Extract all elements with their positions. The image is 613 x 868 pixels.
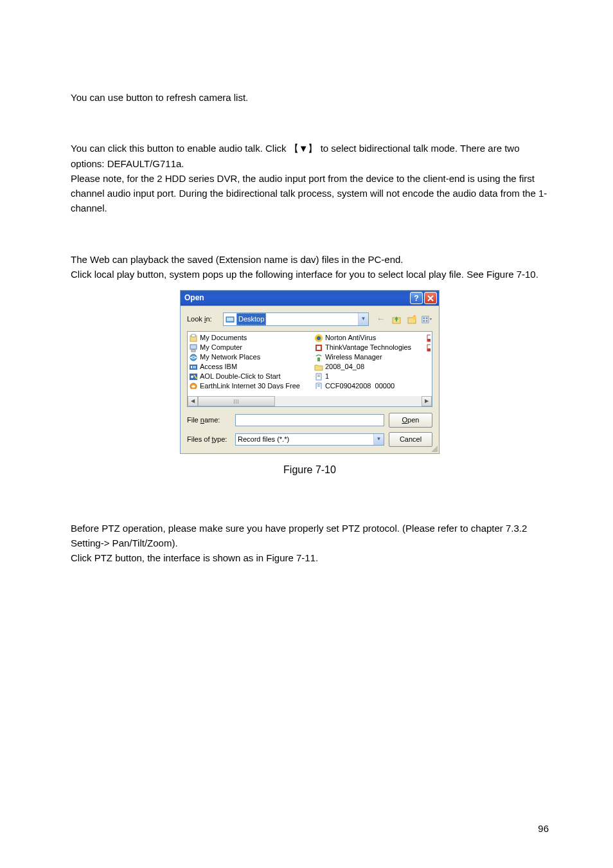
svg-rect-17: [193, 366, 196, 368]
svg-rect-24: [317, 346, 321, 350]
ptz-line2: Click PTZ button, the interface is shown…: [71, 550, 549, 565]
playback-line2: Click local play button, system pops up …: [71, 267, 549, 282]
scroll-thumb[interactable]: [198, 396, 275, 406]
back-icon[interactable]: ←: [375, 314, 386, 325]
svg-point-19: [191, 375, 193, 378]
ibm-icon: [189, 363, 198, 372]
svg-rect-16: [191, 366, 192, 368]
file-item[interactable]: Norton AntiVirus: [314, 334, 411, 343]
desktop-icon: [226, 315, 235, 324]
ptz-line1: Before PTZ operation, please make sure y…: [71, 521, 549, 551]
aol-icon: [189, 372, 198, 381]
svg-rect-5: [422, 316, 429, 322]
svg-rect-6: [423, 317, 425, 319]
filetype-dropdown-arrow[interactable]: ▼: [373, 434, 384, 445]
file-item[interactable]: My Documents: [189, 334, 300, 343]
filetype-label: Files of type:: [187, 434, 231, 445]
file-item[interactable]: Secu: [425, 343, 431, 352]
dialog-titlebar: Open ?: [181, 291, 439, 305]
ptz-block: Before PTZ operation, please make sure y…: [71, 521, 549, 566]
svg-rect-7: [426, 317, 428, 319]
playback-line1: The Web can playback the saved (Extensio…: [71, 252, 549, 267]
dialog-title: Open: [184, 292, 409, 304]
lookin-label: Look in:: [187, 314, 219, 325]
svg-rect-1: [227, 318, 233, 321]
playback-block: The Web can playback the saved (Extensio…: [71, 252, 549, 282]
file-item[interactable]: ThinkVantage Technologies: [314, 343, 411, 352]
scroll-left-button[interactable]: ◀: [188, 396, 198, 406]
refresh-paragraph: You can use button to refresh camera lis…: [71, 90, 549, 105]
folder-icon: [314, 363, 323, 372]
close-button[interactable]: [424, 292, 437, 304]
file-icon: [314, 372, 323, 381]
file-item[interactable]: 1: [314, 372, 411, 381]
help-button[interactable]: ?: [410, 292, 423, 304]
file-label: EarthLink Internet 30 Days Free: [200, 381, 300, 389]
scroll-right-button[interactable]: ▶: [422, 396, 432, 406]
svg-rect-13: [191, 350, 195, 352]
svg-rect-31: [317, 386, 320, 386]
file-list-pane[interactable]: My DocumentsMy ComputerMy Network Places…: [187, 331, 432, 407]
open-file-dialog: Open ? Look in: Desktop ▼ ←: [181, 291, 439, 453]
file-label: CCF09042008_00000: [325, 381, 395, 389]
file-item[interactable]: Wireless Manager: [314, 353, 411, 362]
think-icon: [314, 343, 323, 352]
file-item[interactable]: My Computer: [189, 343, 300, 352]
pdf-icon: [425, 334, 431, 343]
new-folder-icon[interactable]: [406, 314, 417, 325]
audio-talk-line2: Please note, for the 2 HDD series DVR, t…: [71, 171, 549, 216]
file-item[interactable]: AOL Double-Click to Start: [189, 372, 300, 381]
page-number: 96: [538, 821, 549, 836]
svg-rect-30: [317, 384, 320, 385]
wireless-icon: [314, 353, 323, 362]
figure-caption: Figure 7-10: [71, 462, 549, 478]
svg-rect-35: [427, 348, 431, 351]
filename-label: File name:: [187, 415, 231, 426]
audio-talk-block: You can click this button to enable audi…: [71, 141, 549, 215]
file-label: 2008_04_08: [325, 361, 364, 372]
file-item[interactable]: Access IBM: [189, 363, 300, 372]
svg-rect-9: [426, 320, 428, 321]
lookin-value: Desktop: [236, 313, 266, 325]
filetype-select[interactable]: Record files (*.*) ▼: [235, 433, 384, 446]
network-icon: [189, 353, 198, 362]
file-item[interactable]: EarthLink Internet 30 Days Free: [189, 382, 300, 389]
svg-rect-12: [190, 345, 197, 349]
file-item[interactable]: n100: [425, 334, 431, 343]
open-button[interactable]: Open: [389, 413, 432, 428]
docs-icon: [189, 334, 198, 343]
file-icon: [314, 382, 323, 389]
filetype-value: Record files (*.*): [238, 434, 289, 445]
horizontal-scrollbar[interactable]: ◀ ▶: [188, 396, 432, 406]
view-menu-icon[interactable]: [422, 314, 432, 325]
svg-point-22: [317, 336, 321, 340]
svg-rect-25: [317, 357, 320, 361]
computer-icon: [189, 343, 198, 352]
audio-talk-line1: You can click this button to enable audi…: [71, 141, 549, 171]
svg-rect-8: [423, 320, 425, 321]
norton-icon: [314, 334, 323, 343]
file-item[interactable]: CCF09042008_00000: [314, 382, 411, 389]
lookin-select[interactable]: Desktop ▼: [223, 312, 369, 326]
file-item[interactable]: 2008_04_08: [314, 363, 411, 372]
lookin-dropdown-arrow[interactable]: ▼: [358, 313, 368, 325]
cancel-button[interactable]: Cancel: [389, 432, 432, 447]
svg-rect-28: [317, 376, 320, 377]
svg-point-14: [190, 354, 197, 361]
resize-grip[interactable]: [430, 444, 438, 452]
filename-input[interactable]: [235, 414, 384, 426]
svg-rect-11: [191, 334, 195, 337]
svg-rect-27: [317, 375, 320, 375]
pdf-icon: [425, 343, 431, 352]
svg-rect-33: [427, 339, 431, 341]
file-item[interactable]: My Network Places: [189, 353, 300, 362]
up-icon[interactable]: [391, 314, 402, 325]
earthlink-icon: [189, 382, 198, 389]
